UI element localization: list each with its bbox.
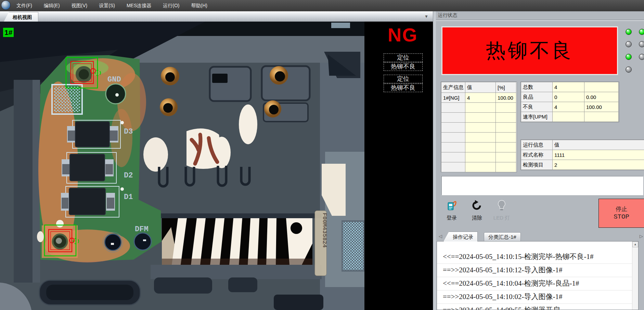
divider [436, 20, 644, 21]
clear-refresh-icon [471, 199, 484, 212]
menu-file[interactable]: 文件(F) [11, 0, 38, 11]
check-label-2: 定位 [384, 75, 423, 83]
log-entry: ==>>2024-05-05_14:09:55-检测器开启 [437, 304, 632, 310]
app-logo-icon [1, 0, 11, 10]
table-row [441, 142, 516, 152]
tab-operation-log[interactable]: 操作记录 [443, 232, 478, 241]
table-row [441, 152, 516, 162]
table-row [441, 113, 516, 123]
menu-bar: 文件(F) 编辑(E) 视图(V) 设置(S) MES连接器 运行(O) 帮助(… [0, 0, 644, 11]
check-label-0: 定位 [384, 53, 423, 62]
station-label: 1# [3, 28, 14, 37]
pcb-datamatrix [54, 87, 80, 112]
result-banner: 热铆不良 [441, 26, 618, 75]
stats-table: 总数4 良品00.00 不良4100.00 速率[UPM] [520, 82, 619, 122]
table-row: 不良4100.00 [521, 102, 619, 112]
table-row [441, 123, 516, 133]
clear-button[interactable]: 清除 [466, 199, 488, 224]
pcb-label-d3: D3 [124, 127, 133, 136]
tab-class-summary[interactable]: 分类汇总-1# [484, 232, 521, 241]
log-tab-strip: ◁ 操作记录 分类汇总-1# ▷ [436, 231, 644, 241]
status-led-3b [639, 54, 644, 60]
camera-tab-strip: 相机视图 ▼ [0, 11, 433, 22]
led-bulb-icon [495, 199, 508, 212]
table-row [441, 133, 516, 142]
col-header: 值 [553, 140, 644, 150]
table-row [441, 162, 516, 172]
production-table: 生产信息 值 [%] 1#[NG]4100.00 [441, 82, 517, 172]
col-header: 值 [465, 82, 496, 93]
login-badge-icon [445, 199, 458, 212]
log-entry: ==>>2024-05-05_14:10:12-导入图像-1# [437, 264, 632, 277]
status-led-1b [639, 29, 644, 35]
status-led-2a [626, 41, 632, 47]
result-banner-text: 热铆不良 [486, 37, 574, 64]
menu-run[interactable]: 运行(O) [157, 0, 185, 11]
result-text: NG [381, 24, 425, 46]
pcb-label-dfm: DFM [135, 225, 149, 234]
laser-datamatrix [343, 222, 363, 270]
table-row: 程式名称1111 [521, 150, 644, 160]
panel-title: 运行状态 [438, 12, 457, 18]
run-info-table: 运行信息 值 程式名称1111 检测项目2 [520, 139, 644, 170]
run-status-panel: 运行状态 热铆不良 生产信息 值 [%] 1#[NG]4100.00 [436, 11, 644, 310]
menu-mes-connector[interactable]: MES连接器 [121, 0, 157, 11]
col-header: [%] [496, 82, 516, 93]
status-led-1a [626, 29, 632, 35]
led-light-button[interactable]: LED 灯 [491, 199, 513, 224]
log-entry: <<==2024-05-05_14:10:15-检测完毕-热铆不良-1# [437, 250, 632, 264]
login-button[interactable]: 登录 [441, 199, 463, 224]
machine-vision-app: 文件(F) 编辑(E) 视图(V) 设置(S) MES连接器 运行(O) 帮助(… [0, 0, 644, 310]
pcb-label-d2: D2 [124, 171, 133, 180]
operation-log-list: <<==2024-05-05_14:10:15-检测完毕-热铆不良-1# ==>… [437, 241, 639, 310]
message-box[interactable] [441, 176, 643, 195]
tab-scroll-right-icon[interactable]: ▷ [640, 234, 643, 239]
scroll-up-icon[interactable]: ▲ [632, 241, 638, 247]
check-label-3: 热铆不良 [384, 84, 423, 92]
pcb-label-gnd: GND [107, 75, 121, 84]
check-label-1: 热铆不良 [384, 62, 423, 71]
status-led-2b [639, 41, 644, 47]
stop-button[interactable]: 停止 STOP [598, 199, 644, 228]
table-row: 1#[NG]4100.00 [441, 93, 516, 103]
log-scrollbar[interactable]: ▲ [632, 241, 638, 310]
tab-camera-view[interactable]: 相机视图 [3, 12, 38, 22]
table-row: 总数4 [521, 82, 619, 92]
table-row [441, 103, 516, 113]
col-header: 生产信息 [441, 82, 465, 93]
table-row: 检测项目2 [521, 160, 644, 170]
serial-label: F00M435824 [315, 211, 328, 276]
col-header: 运行信息 [521, 140, 553, 150]
housing-slot [212, 74, 228, 83]
leadframe-window [162, 218, 312, 265]
table-row: 良品00.00 [521, 92, 619, 102]
menu-edit[interactable]: 编辑(E) [38, 0, 66, 11]
chevron-down-icon[interactable]: ▼ [423, 14, 429, 19]
log-entry: ==>>2024-05-05_14:10:02-导入图像-1# [437, 290, 632, 304]
log-entry: <<==2024-05-05_14:10:04-检测完毕-良品-1# [437, 277, 632, 290]
camera-pane: GND D3 D2 D1 DFM F00M435824 [0, 22, 433, 310]
serial-text: F00M435824 [321, 213, 328, 248]
pcb-label-d1: D1 [124, 193, 133, 201]
camera-photo: GND D3 D2 D1 DFM F00M435824 [0, 22, 364, 310]
menu-settings[interactable]: 设置(S) [93, 0, 121, 11]
tab-scroll-left-icon[interactable]: ◁ [439, 234, 442, 239]
menu-view[interactable]: 视图(V) [66, 0, 93, 11]
table-row: 速率[UPM] [521, 112, 619, 122]
status-led-4a [626, 66, 632, 73]
status-led-3a [626, 54, 632, 60]
menu-help[interactable]: 帮助(H) [185, 0, 213, 11]
